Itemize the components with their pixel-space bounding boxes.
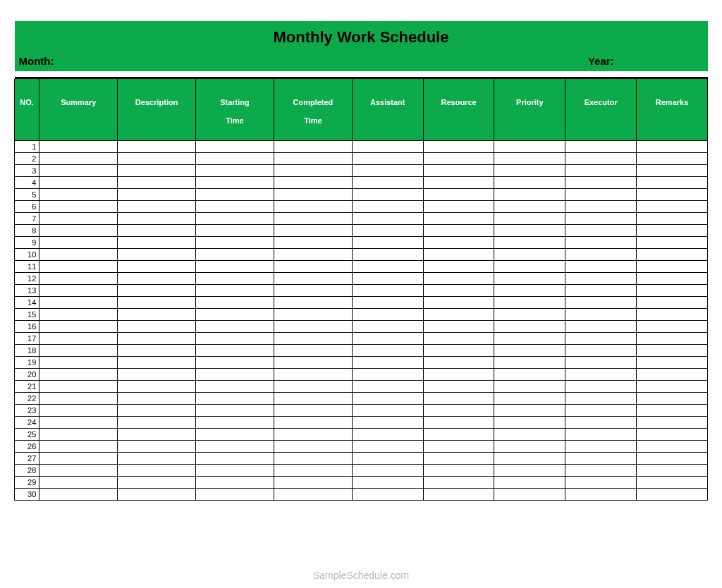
cell[interactable] — [196, 440, 274, 452]
cell[interactable] — [423, 392, 494, 404]
cell[interactable] — [196, 428, 274, 440]
cell[interactable] — [565, 476, 637, 488]
cell[interactable] — [565, 464, 637, 476]
cell[interactable] — [637, 236, 708, 248]
cell[interactable] — [637, 368, 708, 380]
cell[interactable] — [118, 464, 196, 476]
cell[interactable] — [39, 152, 118, 164]
cell[interactable] — [637, 452, 708, 464]
cell[interactable] — [118, 404, 196, 416]
cell[interactable] — [352, 332, 423, 344]
cell[interactable] — [196, 488, 274, 500]
cell[interactable] — [118, 452, 196, 464]
cell[interactable] — [274, 176, 352, 188]
cell[interactable] — [196, 452, 274, 464]
cell[interactable] — [423, 404, 494, 416]
cell[interactable] — [637, 284, 708, 296]
cell[interactable] — [39, 248, 118, 260]
cell[interactable] — [118, 320, 196, 332]
cell[interactable] — [565, 296, 637, 308]
cell[interactable] — [637, 332, 708, 344]
cell[interactable] — [352, 188, 423, 200]
cell[interactable] — [196, 308, 274, 320]
cell[interactable] — [565, 332, 637, 344]
cell[interactable] — [274, 212, 352, 224]
cell[interactable] — [423, 272, 494, 284]
cell[interactable] — [196, 176, 274, 188]
cell[interactable] — [352, 452, 423, 464]
cell[interactable] — [494, 320, 565, 332]
cell[interactable] — [274, 272, 352, 284]
cell[interactable] — [423, 380, 494, 392]
cell[interactable] — [39, 236, 118, 248]
cell[interactable] — [423, 332, 494, 344]
cell[interactable] — [352, 212, 423, 224]
cell[interactable] — [39, 440, 118, 452]
cell[interactable] — [118, 392, 196, 404]
cell[interactable] — [274, 164, 352, 176]
cell[interactable] — [39, 404, 118, 416]
cell[interactable] — [423, 440, 494, 452]
cell[interactable] — [494, 188, 565, 200]
cell[interactable] — [39, 284, 118, 296]
cell[interactable] — [39, 212, 118, 224]
cell[interactable] — [565, 308, 637, 320]
cell[interactable] — [39, 320, 118, 332]
cell[interactable] — [637, 380, 708, 392]
cell[interactable] — [352, 200, 423, 212]
cell[interactable] — [352, 140, 423, 152]
cell[interactable] — [274, 140, 352, 152]
cell[interactable] — [423, 224, 494, 236]
cell[interactable] — [565, 368, 637, 380]
cell[interactable] — [565, 320, 637, 332]
cell[interactable] — [196, 380, 274, 392]
cell[interactable] — [274, 464, 352, 476]
cell[interactable] — [494, 428, 565, 440]
cell[interactable] — [118, 248, 196, 260]
cell[interactable] — [118, 440, 196, 452]
cell[interactable] — [352, 404, 423, 416]
cell[interactable] — [494, 212, 565, 224]
cell[interactable] — [423, 476, 494, 488]
cell[interactable] — [196, 296, 274, 308]
cell[interactable] — [565, 392, 637, 404]
cell[interactable] — [637, 404, 708, 416]
cell[interactable] — [39, 224, 118, 236]
cell[interactable] — [494, 416, 565, 428]
cell[interactable] — [494, 464, 565, 476]
cell[interactable] — [565, 380, 637, 392]
cell[interactable] — [423, 260, 494, 272]
cell[interactable] — [494, 284, 565, 296]
cell[interactable] — [118, 164, 196, 176]
cell[interactable] — [494, 140, 565, 152]
cell[interactable] — [494, 308, 565, 320]
cell[interactable] — [352, 440, 423, 452]
cell[interactable] — [352, 248, 423, 260]
cell[interactable] — [196, 356, 274, 368]
cell[interactable] — [565, 272, 637, 284]
cell[interactable] — [637, 152, 708, 164]
cell[interactable] — [274, 332, 352, 344]
cell[interactable] — [196, 188, 274, 200]
cell[interactable] — [118, 200, 196, 212]
cell[interactable] — [39, 476, 118, 488]
cell[interactable] — [196, 332, 274, 344]
cell[interactable] — [565, 284, 637, 296]
cell[interactable] — [637, 464, 708, 476]
cell[interactable] — [637, 356, 708, 368]
cell[interactable] — [196, 368, 274, 380]
cell[interactable] — [39, 308, 118, 320]
cell[interactable] — [494, 488, 565, 500]
cell[interactable] — [637, 308, 708, 320]
cell[interactable] — [352, 236, 423, 248]
cell[interactable] — [39, 296, 118, 308]
cell[interactable] — [423, 212, 494, 224]
cell[interactable] — [196, 200, 274, 212]
cell[interactable] — [118, 488, 196, 500]
cell[interactable] — [274, 344, 352, 356]
cell[interactable] — [494, 440, 565, 452]
cell[interactable] — [39, 260, 118, 272]
cell[interactable] — [565, 188, 637, 200]
cell[interactable] — [274, 308, 352, 320]
cell[interactable] — [637, 320, 708, 332]
